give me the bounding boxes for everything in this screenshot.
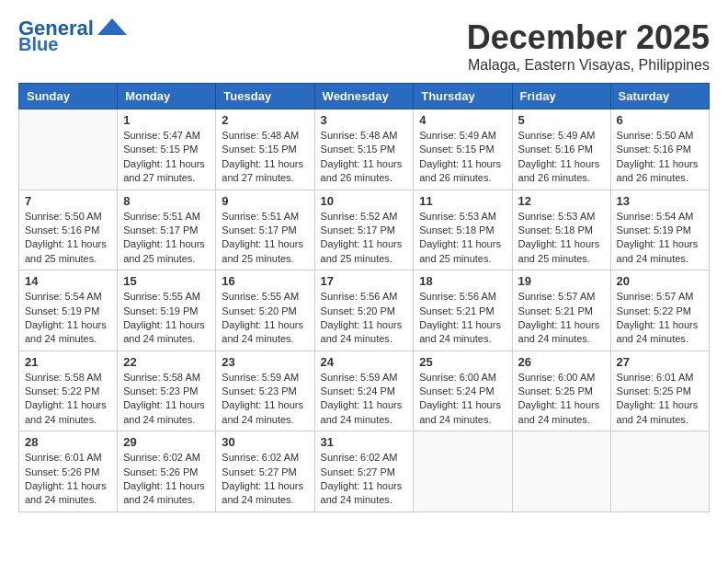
day-number: 15 [123, 274, 210, 288]
day-number: 13 [617, 194, 703, 208]
day-number: 21 [25, 355, 111, 369]
day-info: Sunrise: 6:01 AM Sunset: 5:26 PM Dayligh… [25, 451, 111, 508]
calendar-day-cell: 23Sunrise: 5:59 AM Sunset: 5:23 PM Dayli… [216, 350, 314, 431]
calendar-day-cell: 8Sunrise: 5:51 AM Sunset: 5:17 PM Daylig… [118, 190, 216, 270]
calendar-day-cell: 3Sunrise: 5:48 AM Sunset: 5:15 PM Daylig… [314, 109, 414, 190]
calendar-day-cell: 17Sunrise: 5:56 AM Sunset: 5:20 PM Dayli… [314, 270, 414, 351]
calendar-day-cell: 18Sunrise: 5:56 AM Sunset: 5:21 PM Dayli… [414, 270, 512, 351]
day-number: 27 [617, 355, 703, 369]
day-info: Sunrise: 5:49 AM Sunset: 5:15 PM Dayligh… [419, 129, 506, 186]
calendar-day-cell: 4Sunrise: 5:49 AM Sunset: 5:15 PM Daylig… [414, 109, 512, 190]
day-number: 12 [518, 194, 605, 208]
day-info: Sunrise: 5:59 AM Sunset: 5:23 PM Dayligh… [222, 371, 308, 428]
day-number: 10 [321, 194, 408, 208]
day-number: 3 [321, 113, 408, 127]
calendar-week-row: 1Sunrise: 5:47 AM Sunset: 5:15 PM Daylig… [19, 109, 710, 190]
day-number: 29 [123, 435, 210, 449]
day-number: 26 [518, 355, 605, 369]
day-number: 8 [123, 194, 210, 208]
day-info: Sunrise: 6:02 AM Sunset: 5:27 PM Dayligh… [321, 451, 408, 508]
calendar-weekday-header: Monday [118, 84, 216, 109]
calendar-day-cell: 5Sunrise: 5:49 AM Sunset: 5:16 PM Daylig… [512, 109, 610, 190]
day-info: Sunrise: 6:02 AM Sunset: 5:27 PM Dayligh… [222, 451, 308, 508]
day-number: 20 [617, 274, 703, 288]
day-number: 5 [518, 113, 605, 127]
calendar-day-cell: 6Sunrise: 5:50 AM Sunset: 5:16 PM Daylig… [610, 109, 709, 190]
calendar-body: 1Sunrise: 5:47 AM Sunset: 5:15 PM Daylig… [19, 109, 710, 512]
day-info: Sunrise: 5:56 AM Sunset: 5:20 PM Dayligh… [321, 290, 408, 347]
calendar-day-cell: 2Sunrise: 5:48 AM Sunset: 5:15 PM Daylig… [216, 109, 314, 190]
day-info: Sunrise: 5:48 AM Sunset: 5:15 PM Dayligh… [222, 129, 308, 186]
calendar-week-row: 14Sunrise: 5:54 AM Sunset: 5:19 PM Dayli… [19, 270, 710, 351]
page-subtitle: Malaga, Eastern Visayas, Philippines [467, 57, 710, 74]
day-info: Sunrise: 6:01 AM Sunset: 5:25 PM Dayligh… [617, 371, 703, 428]
calendar-table: SundayMondayTuesdayWednesdayThursdayFrid… [18, 83, 710, 512]
calendar-weekday-header: Wednesday [314, 84, 414, 109]
calendar-weekday-header: Thursday [414, 84, 512, 109]
day-number: 1 [123, 113, 210, 127]
day-info: Sunrise: 6:02 AM Sunset: 5:26 PM Dayligh… [123, 451, 210, 508]
day-info: Sunrise: 5:59 AM Sunset: 5:24 PM Dayligh… [321, 371, 408, 428]
day-number: 17 [321, 274, 408, 288]
day-number: 9 [222, 194, 308, 208]
calendar-day-cell [512, 431, 610, 512]
calendar-day-cell: 27Sunrise: 6:01 AM Sunset: 5:25 PM Dayli… [610, 350, 709, 431]
calendar-day-cell: 21Sunrise: 5:58 AM Sunset: 5:22 PM Dayli… [19, 350, 118, 431]
day-info: Sunrise: 5:55 AM Sunset: 5:20 PM Dayligh… [222, 290, 308, 347]
title-section: December 2025 Malaga, Eastern Visayas, P… [467, 18, 710, 74]
day-number: 28 [25, 435, 111, 449]
logo: General Blue [18, 18, 127, 53]
day-info: Sunrise: 5:51 AM Sunset: 5:17 PM Dayligh… [123, 210, 210, 267]
calendar-day-cell: 24Sunrise: 5:59 AM Sunset: 5:24 PM Dayli… [314, 350, 414, 431]
day-info: Sunrise: 5:56 AM Sunset: 5:21 PM Dayligh… [419, 290, 506, 347]
calendar-day-cell: 10Sunrise: 5:52 AM Sunset: 5:17 PM Dayli… [314, 190, 414, 270]
calendar-weekday-header: Saturday [610, 84, 709, 109]
calendar-day-cell: 25Sunrise: 6:00 AM Sunset: 5:24 PM Dayli… [414, 350, 512, 431]
calendar-day-cell: 19Sunrise: 5:57 AM Sunset: 5:21 PM Dayli… [512, 270, 610, 351]
day-info: Sunrise: 5:54 AM Sunset: 5:19 PM Dayligh… [617, 210, 703, 267]
day-number: 16 [222, 274, 308, 288]
day-number: 11 [419, 194, 506, 208]
day-number: 18 [419, 274, 506, 288]
calendar-day-cell: 15Sunrise: 5:55 AM Sunset: 5:19 PM Dayli… [118, 270, 216, 351]
day-number: 14 [25, 274, 111, 288]
calendar-day-cell: 12Sunrise: 5:53 AM Sunset: 5:18 PM Dayli… [512, 190, 610, 270]
calendar-day-cell [414, 431, 512, 512]
day-info: Sunrise: 5:52 AM Sunset: 5:17 PM Dayligh… [321, 210, 408, 267]
day-info: Sunrise: 5:48 AM Sunset: 5:15 PM Dayligh… [321, 129, 408, 186]
calendar-day-cell: 7Sunrise: 5:50 AM Sunset: 5:16 PM Daylig… [19, 190, 118, 270]
day-number: 4 [419, 113, 506, 127]
calendar-day-cell: 16Sunrise: 5:55 AM Sunset: 5:20 PM Dayli… [216, 270, 314, 351]
calendar-day-cell: 20Sunrise: 5:57 AM Sunset: 5:22 PM Dayli… [610, 270, 709, 351]
day-number: 22 [123, 355, 210, 369]
day-info: Sunrise: 6:00 AM Sunset: 5:24 PM Dayligh… [419, 371, 506, 428]
page-title: December 2025 [467, 18, 710, 57]
day-number: 31 [321, 435, 408, 449]
day-number: 30 [222, 435, 308, 449]
calendar-day-cell [19, 109, 118, 190]
svg-marker-0 [97, 18, 127, 35]
day-info: Sunrise: 5:47 AM Sunset: 5:15 PM Dayligh… [123, 129, 210, 186]
day-info: Sunrise: 5:57 AM Sunset: 5:21 PM Dayligh… [518, 290, 605, 347]
day-info: Sunrise: 5:58 AM Sunset: 5:23 PM Dayligh… [123, 371, 210, 428]
day-info: Sunrise: 5:54 AM Sunset: 5:19 PM Dayligh… [25, 290, 111, 347]
calendar-week-row: 7Sunrise: 5:50 AM Sunset: 5:16 PM Daylig… [19, 190, 710, 270]
day-number: 24 [321, 355, 408, 369]
day-info: Sunrise: 5:55 AM Sunset: 5:19 PM Dayligh… [123, 290, 210, 347]
calendar-header-row: SundayMondayTuesdayWednesdayThursdayFrid… [19, 84, 710, 109]
calendar-day-cell: 22Sunrise: 5:58 AM Sunset: 5:23 PM Dayli… [118, 350, 216, 431]
logo-arrow-icon [97, 18, 127, 35]
calendar-day-cell: 30Sunrise: 6:02 AM Sunset: 5:27 PM Dayli… [216, 431, 314, 512]
calendar-day-cell: 28Sunrise: 6:01 AM Sunset: 5:26 PM Dayli… [19, 431, 118, 512]
day-info: Sunrise: 5:50 AM Sunset: 5:16 PM Dayligh… [617, 129, 703, 186]
calendar-weekday-header: Tuesday [216, 84, 314, 109]
day-info: Sunrise: 5:53 AM Sunset: 5:18 PM Dayligh… [419, 210, 506, 267]
calendar-day-cell: 29Sunrise: 6:02 AM Sunset: 5:26 PM Dayli… [118, 431, 216, 512]
day-number: 25 [419, 355, 506, 369]
calendar-day-cell: 31Sunrise: 6:02 AM Sunset: 5:27 PM Dayli… [314, 431, 414, 512]
day-info: Sunrise: 5:51 AM Sunset: 5:17 PM Dayligh… [222, 210, 308, 267]
day-number: 7 [25, 194, 111, 208]
day-info: Sunrise: 5:49 AM Sunset: 5:16 PM Dayligh… [518, 129, 605, 186]
day-info: Sunrise: 5:50 AM Sunset: 5:16 PM Dayligh… [25, 210, 111, 267]
calendar-day-cell: 26Sunrise: 6:00 AM Sunset: 5:25 PM Dayli… [512, 350, 610, 431]
